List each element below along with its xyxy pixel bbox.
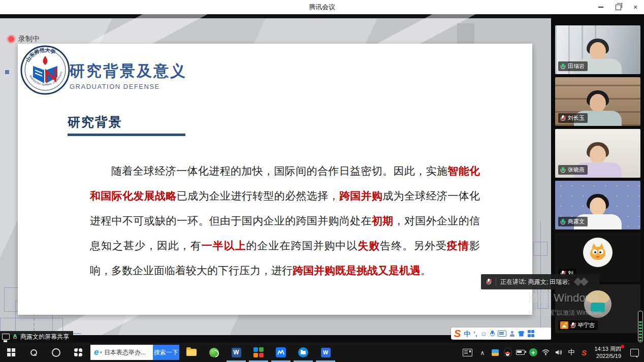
mic-muted-icon [560,115,566,122]
paragraph-segment: 失败 [358,240,380,252]
battery-icon [516,350,525,355]
mic-muted-icon [570,322,576,329]
window-controls: × [592,0,644,14]
participants-panel: 田瑞岩 刘长玉 张晓燕 [551,14,644,343]
wps-suite-button[interactable] [247,343,270,362]
sogou-ime-toolbar: S 中 ’, ☺ [451,327,551,340]
participant-name: 张晓燕 [568,166,585,174]
search-go-button[interactable]: 搜索一下 [153,345,179,360]
profile-photo-avatar [584,290,611,318]
battery-tray-button[interactable] [514,343,527,362]
notification-dot [621,345,624,348]
recording-dot-icon [8,36,14,42]
mic-on-icon [560,63,566,70]
divider [496,278,496,286]
folder-icon [186,349,197,356]
paragraph-segment: 跨国并购 [339,190,382,202]
slide-section: 研究背景 [68,114,185,136]
close-button[interactable]: × [627,0,644,14]
participant-name: 刘长玉 [568,114,585,122]
ime-mode-button[interactable]: 中 [464,331,470,337]
wps-office-button[interactable]: W [314,343,337,362]
taskbar-search-button[interactable] [22,343,45,362]
sogou-logo-icon[interactable]: S [454,328,461,339]
voice-input-icon[interactable] [490,331,495,337]
tencent-meeting-logo-icon [574,277,591,286]
sogou-tray-button[interactable]: S [577,343,590,362]
green-plus-icon: + [529,348,537,356]
participant-tile[interactable]: 田瑞岩 [555,25,640,74]
slide-paragraph: 随着全球经济一体化进程的加快，国际间的合作日益密切。因此，实施智能化和国际化发展… [90,159,480,283]
network-tray-button[interactable] [539,343,552,362]
house-app-icon [492,349,499,356]
skin-theme-icon[interactable] [518,331,525,337]
chevron-up-icon: ∧ [480,349,485,356]
paragraph-segment: 告终。另外受 [380,240,447,252]
wifi-icon [542,349,550,355]
volume-tray-button[interactable] [552,343,565,362]
file-explorer-button[interactable] [180,343,203,362]
emoji-icon[interactable]: ☺ [480,331,487,337]
tencent-meeting-button[interactable] [270,343,292,362]
recording-indicator: 录制中 [8,35,40,44]
presentation-slide: 山东师范大学 SHANDONG NORMAL UNIVERSITY 研究背景及意… [18,44,532,315]
volume-meter[interactable] [638,311,643,342]
ime-mode-tray-button[interactable]: 中 [565,343,577,362]
soft-keyboard-icon[interactable] [498,331,506,337]
start-button[interactable] [0,343,22,362]
chevron-down-icon[interactable]: ▾ [100,350,102,355]
participant-tile[interactable]: 张晓燕 [555,129,640,178]
word-button[interactable]: W [225,343,247,362]
paragraph-segment: 跨国并购既是挑战又是机遇 [293,265,421,277]
now-speaking-banner: 正在讲话: 商露文; 田瑞岩; [481,274,599,289]
word-icon: W [232,348,241,357]
slide-subtitle: GRADUATION DEFENSE [70,83,187,90]
cloud-folder-icon [298,347,308,357]
wps-icon: W [321,348,331,357]
clock-time: 14:13 周四 [594,345,621,352]
mic-muted-icon [486,278,492,285]
recording-label: 录制中 [18,35,40,44]
paragraph-segment: 已成为企业进行转型的必然选择， [177,190,339,202]
antivirus-tray-button[interactable]: + [527,343,539,362]
paragraph-segment: 疫情 [447,240,469,252]
browser-orb-button[interactable] [203,343,225,362]
section-underline [68,134,185,136]
toolbox-grid-icon[interactable] [528,330,535,337]
tray-app-button[interactable] [489,343,501,362]
participant-tile-active-speaker[interactable]: 商露文 [555,181,640,229]
search-query-text[interactable]: 日本表态举办... [104,348,153,357]
monitor-icon [2,334,10,340]
restore-button[interactable] [609,0,627,14]
participant-nametag: 刘长玉 [558,113,588,123]
now-speaking-label: 正在讲话: 商露文; 田瑞岩; [500,278,570,286]
minimize-button[interactable] [592,0,609,14]
touch-keyboard-button[interactable] [459,343,476,362]
paragraph-segment: 一半以上 [202,240,246,252]
participant-nametag: 毕宁吉 [558,320,598,330]
participant-tile[interactable]: 刘长玉 [555,77,640,126]
minimize-icon [598,7,603,8]
action-center-button[interactable] [630,349,639,356]
cortana-button[interactable] [45,343,67,362]
punctuation-toggle-icon[interactable]: ’, [473,331,477,337]
participant-tile[interactable]: 毕宁吉 [555,284,640,333]
tencent-meeting-window: 腾讯会议 × 录制中 [0,0,644,362]
mic-on-icon [13,334,17,340]
speaker-icon [555,349,562,355]
tray-overflow-button[interactable]: ∧ [476,343,489,362]
slide-title: 研究背景及意义 [70,61,187,82]
pinwheel-app-button[interactable] [67,343,89,362]
cloud-files-button[interactable] [292,343,314,362]
taskbar-search-box[interactable]: e ▾ 日本表态举办... 搜索一下 [90,345,179,360]
qq-penguin-icon [504,348,512,357]
university-logo: 山东师范大学 SHANDONG NORMAL UNIVERSITY [20,45,71,95]
account-icon[interactable] [509,331,515,337]
sogou-icon: S [582,348,587,357]
taskbar-clock[interactable]: 14:13 周四 2022/5/19 [590,343,625,362]
paragraph-segment: 。 [421,265,431,277]
clock-date: 2022/5/19 [596,352,621,359]
qq-tray-button[interactable] [501,343,514,362]
cat-avatar [583,238,613,267]
mic-active-icon [560,218,566,225]
